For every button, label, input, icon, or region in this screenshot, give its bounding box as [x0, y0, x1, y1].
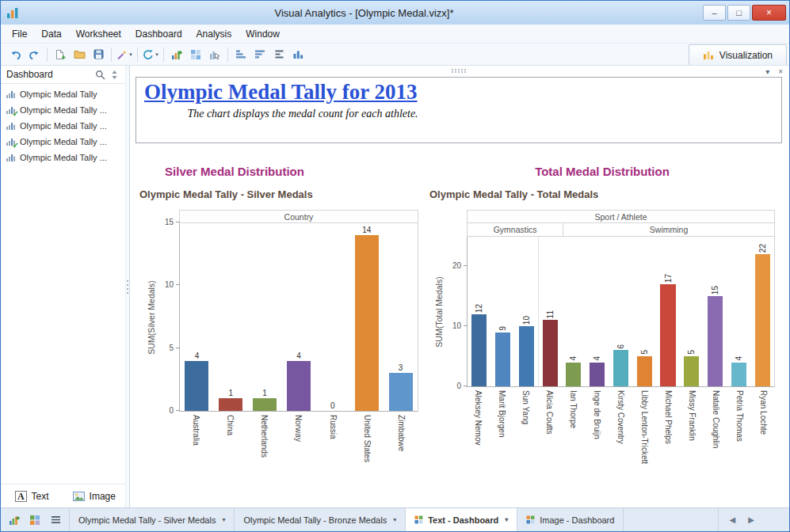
sidebar-item-3[interactable]: Olympic Medal Tally ...: [1, 118, 125, 134]
add-dashboard-button[interactable]: [26, 511, 44, 529]
align-fields-icon: [274, 49, 284, 59]
chart-plot-area: CountrySUM(Silver Medals)05101541140143A…: [179, 210, 418, 472]
sidebar-item-5[interactable]: Olympic Medal Tally ...: [1, 150, 125, 165]
bar[interactable]: [543, 320, 558, 386]
bar-value-label: 4: [296, 352, 301, 360]
maximize-icon: □: [736, 8, 742, 17]
tab-caret-icon[interactable]: ▾: [222, 516, 225, 523]
x-axis-label-text: Norway: [294, 413, 303, 442]
save-button[interactable]: [89, 45, 108, 64]
bar[interactable]: [731, 363, 746, 386]
bar[interactable]: [219, 398, 242, 411]
text-widget[interactable]: Olympic Medal Tally for 2013 The chart d…: [135, 77, 782, 143]
panel-drag-grip[interactable]: [452, 69, 468, 74]
new-worksheet-icon: [55, 49, 66, 60]
bar-value-label: 22: [758, 244, 767, 253]
menu-dashboard[interactable]: Dashboard: [128, 26, 189, 42]
sort-ascending-button[interactable]: [231, 45, 250, 64]
layout-grid-button[interactable]: [186, 45, 205, 64]
bar[interactable]: [590, 363, 605, 386]
bar[interactable]: [253, 398, 277, 411]
panel-controls: ▾ ×: [765, 67, 783, 76]
bar[interactable]: [471, 314, 487, 386]
tab-olympic-medal-tally-silver-medals[interactable]: Olympic Medal Tally - Silver Medals▾: [70, 508, 235, 531]
tab-caret-icon[interactable]: ▾: [505, 516, 508, 523]
titlebar[interactable]: Visual Analytics - [Olympic Medal.vizx]*…: [1, 1, 789, 25]
window-title: Visual Analytics - [Olympic Medal.vizx]*: [25, 7, 703, 19]
visualization-tab[interactable]: Visualization: [689, 44, 787, 65]
toolbar-separator: [111, 48, 112, 62]
x-axis-label: Alicia Coutts: [538, 389, 562, 474]
dropdown-caret-icon: ▾: [129, 51, 132, 58]
sort-button[interactable]: [107, 67, 121, 82]
bar[interactable]: [185, 361, 208, 411]
bar[interactable]: [660, 284, 675, 386]
undo-button[interactable]: [6, 45, 25, 64]
select-chart-button[interactable]: [205, 45, 224, 64]
sidebar-item-1[interactable]: Olympic Medal Tally: [1, 86, 125, 102]
bar-value-label: 11: [546, 310, 555, 318]
bar[interactable]: [566, 363, 581, 386]
add-chart-button[interactable]: [167, 45, 186, 64]
bar[interactable]: [495, 332, 510, 386]
bar-slot: 4: [586, 237, 609, 386]
open-button[interactable]: [70, 45, 89, 64]
bar[interactable]: [519, 326, 534, 386]
worksheet-list-icon: [51, 515, 61, 524]
bar[interactable]: [287, 361, 311, 411]
bar[interactable]: [389, 373, 413, 411]
x-axis-label-text: Inge de Bruijn: [593, 389, 601, 439]
bar-value-label: 17: [664, 274, 673, 283]
axis-tick-label: 10: [165, 280, 174, 290]
x-axis-label: Norway: [281, 413, 315, 472]
maximize-button[interactable]: □: [727, 5, 750, 21]
dashboard-list: Olympic Medal Tally✓Olympic Medal Tally …: [1, 84, 125, 484]
menu-analysis[interactable]: Analysis: [189, 26, 239, 42]
text-icon: A: [15, 491, 27, 502]
tab-olympic-medal-tally-bronze-medals[interactable]: Olympic Medal Tally - Bronze Medals▾: [235, 508, 406, 531]
worksheet-list-button[interactable]: [47, 511, 64, 529]
sidebar-title: Dashboard: [6, 69, 93, 80]
bar[interactable]: [755, 254, 770, 386]
add-worksheet-button[interactable]: [6, 511, 23, 529]
format-wand-button[interactable]: ▾: [115, 45, 134, 64]
prev-tab-button[interactable]: ◀: [730, 515, 736, 524]
menu-data[interactable]: Data: [34, 26, 68, 42]
bar[interactable]: [708, 296, 723, 386]
total-medals-chart: Olympic Medal Tally - Total MedalsSport …: [429, 188, 775, 474]
menu-window[interactable]: Window: [239, 26, 287, 42]
panel-menu-icon[interactable]: ▾: [765, 67, 769, 76]
bar-slot: 22: [750, 237, 774, 386]
sidebar-item-2[interactable]: ✓Olympic Medal Tally ...: [1, 102, 125, 118]
minimize-button[interactable]: –: [703, 5, 726, 21]
tab-text-dashboard[interactable]: Text - Dashboard▾: [406, 508, 517, 531]
sort-descending-button[interactable]: [250, 45, 269, 64]
new-worksheet-button[interactable]: [51, 45, 70, 64]
redo-button[interactable]: [25, 45, 44, 64]
image-tool-button[interactable]: Image: [63, 484, 126, 507]
bar[interactable]: [355, 235, 379, 411]
worksheet-chart-icon: [6, 153, 16, 162]
bar[interactable]: [613, 350, 628, 386]
toolbar-separator: [163, 48, 164, 62]
refresh-button[interactable]: ▾: [141, 45, 160, 64]
next-tab-button[interactable]: ▶: [748, 515, 754, 524]
close-button[interactable]: ×: [752, 5, 786, 21]
menu-file[interactable]: File: [5, 26, 34, 42]
panel-close-icon[interactable]: ×: [778, 67, 783, 76]
tab-caret-icon[interactable]: ▾: [393, 516, 396, 523]
menu-worksheet[interactable]: Worksheet: [69, 26, 128, 42]
text-tool-button[interactable]: A Text: [1, 484, 63, 507]
minimize-icon: –: [712, 8, 716, 17]
sidebar-item-4[interactable]: ✓Olympic Medal Tally ...: [1, 134, 125, 150]
bar-slot: 10: [515, 237, 539, 386]
search-button[interactable]: [93, 67, 107, 82]
x-axis-label: Sun Yang: [514, 389, 538, 474]
axis-tick-label: 15: [165, 218, 174, 227]
column-chart-button[interactable]: [288, 45, 307, 64]
align-fields-button[interactable]: [269, 45, 288, 64]
bar[interactable]: [637, 356, 652, 386]
tab-image-dashboard[interactable]: Image - Dashboard: [517, 508, 624, 531]
bar-slot: 17: [656, 237, 680, 386]
bar[interactable]: [684, 356, 699, 386]
